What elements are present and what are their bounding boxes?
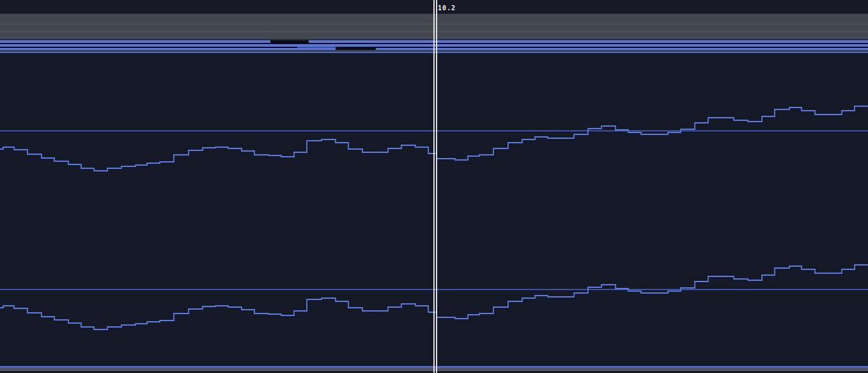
playhead-position-label: 10.2: [438, 4, 456, 12]
playhead-line: [436, 0, 437, 373]
playhead-line: [433, 0, 435, 373]
playhead-cursor[interactable]: [433, 0, 438, 373]
daw-timeline-window: 10.2: [0, 0, 868, 373]
